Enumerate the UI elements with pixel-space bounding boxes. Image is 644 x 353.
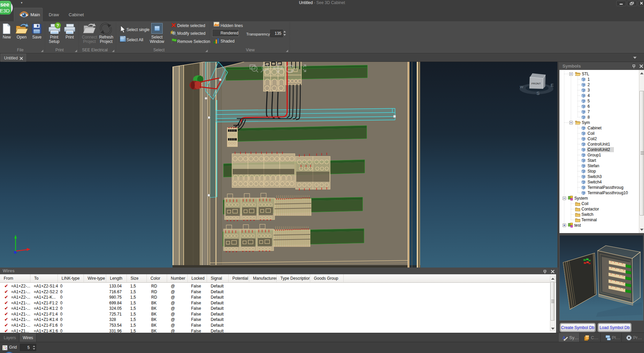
svg-text:Sym: Sym bbox=[582, 120, 590, 125]
svg-text:4: 4 bbox=[588, 93, 590, 98]
svg-text:Stop: Stop bbox=[588, 169, 596, 174]
svg-text:6: 6 bbox=[588, 104, 590, 109]
svg-text:see: see bbox=[0, 2, 9, 7]
svg-text:S: S bbox=[536, 91, 539, 96]
svg-text:TerminalPassthroug: TerminalPassthroug bbox=[588, 185, 623, 190]
svg-text:7: 7 bbox=[588, 109, 590, 114]
svg-text:FRONT: FRONT bbox=[531, 82, 541, 85]
svg-text:2: 2 bbox=[588, 82, 590, 87]
svg-text:Coil: Coil bbox=[581, 201, 589, 206]
svg-text:Switch3: Switch3 bbox=[588, 174, 602, 179]
svg-text:3: 3 bbox=[588, 88, 590, 93]
svg-text:Contactor: Contactor bbox=[581, 207, 599, 211]
svg-text:Cabinet: Cabinet bbox=[588, 126, 602, 130]
svg-text:Group1: Group1 bbox=[588, 153, 601, 157]
svg-text:test: test bbox=[574, 223, 581, 228]
svg-text:Terminal: Terminal bbox=[581, 218, 597, 222]
svg-text:E3D: E3D bbox=[0, 8, 10, 14]
svg-text:Switch: Switch bbox=[581, 212, 593, 217]
svg-text:Start: Start bbox=[588, 158, 596, 163]
svg-text:1: 1 bbox=[588, 77, 590, 82]
svg-text:Stefan: Stefan bbox=[588, 163, 599, 168]
svg-text:?: ? bbox=[56, 23, 59, 28]
svg-text:Coil2: Coil2 bbox=[588, 136, 597, 141]
svg-text:System: System bbox=[574, 196, 588, 201]
svg-text:TerminalPassthroug10: TerminalPassthroug10 bbox=[588, 191, 628, 195]
svg-text:8: 8 bbox=[588, 115, 590, 120]
svg-text:Coil: Coil bbox=[588, 131, 595, 136]
svg-text:Switch4: Switch4 bbox=[588, 180, 602, 184]
svg-text:ControlUnit2: ControlUnit2 bbox=[588, 147, 610, 152]
svg-text:STL: STL bbox=[582, 72, 589, 76]
svg-text:ControlUnit1: ControlUnit1 bbox=[588, 142, 610, 147]
svg-text:5: 5 bbox=[588, 99, 590, 103]
svg-text:w: w bbox=[520, 84, 524, 89]
svg-text:E: E bbox=[551, 83, 554, 88]
